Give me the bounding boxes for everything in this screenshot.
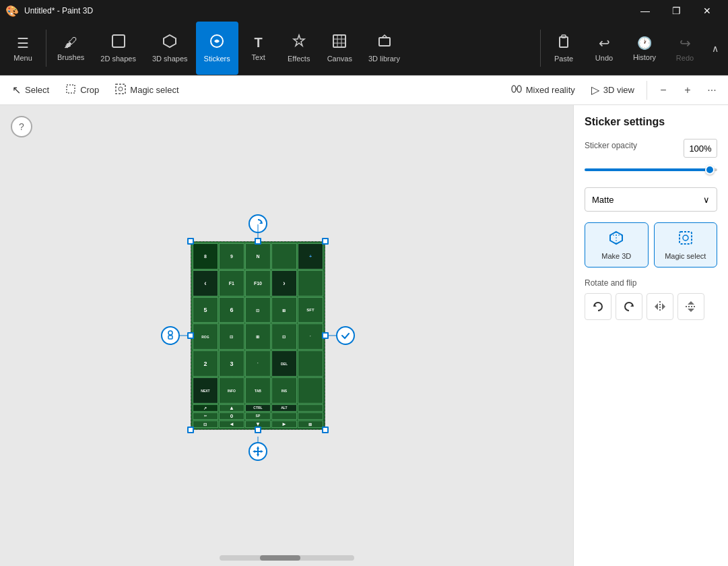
crop-label: Crop: [80, 85, 99, 95]
key-cell: ⊡: [271, 323, 297, 350]
mixed-reality-icon: [511, 84, 522, 97]
handle-bottom-left[interactable]: [187, 427, 194, 433]
key-cell: ROG: [193, 323, 218, 350]
rotate-flip-section: Rotate and flip: [585, 278, 717, 320]
toolbar-2d-shapes-label: 2D shapes: [100, 55, 136, 63]
sticker-container[interactable]: 8 9 N + ‹ F1 F10 › 5 6 ⊡: [191, 241, 325, 430]
toolbar-canvas[interactable]: Canvas: [319, 22, 360, 75]
flip-vertical-button[interactable]: [677, 293, 704, 320]
panel-title: Sticker settings: [585, 116, 717, 128]
redo-icon: ↪: [680, 35, 691, 51]
mixed-reality-button[interactable]: Mixed reality: [504, 81, 582, 100]
handle-top-middle[interactable]: [255, 238, 261, 245]
secondary-toolbar: ↖ Select Crop Magic select Mixed reality…: [0, 75, 728, 105]
rotate-top-line: [257, 224, 258, 238]
key-cell: ': [298, 323, 323, 350]
confirm-handle[interactable]: [336, 326, 355, 345]
svg-marker-36: [662, 303, 665, 310]
toolbar-menu[interactable]: ☰ Menu: [3, 22, 43, 75]
move-handle[interactable]: [249, 442, 267, 461]
handle-bottom-middle[interactable]: [255, 427, 261, 433]
3d-view-button[interactable]: ▷ 3D view: [585, 81, 641, 99]
handle-top-right[interactable]: [322, 238, 329, 245]
key-cell: 6: [219, 297, 244, 323]
toolbar-3d-library[interactable]: 3D library: [360, 22, 408, 75]
toolbar-text[interactable]: T Text: [238, 22, 279, 75]
key-cell: TAB: [245, 377, 271, 404]
sticker-selection[interactable]: 8 9 N + ‹ F1 F10 › 5 6 ⊡: [191, 241, 325, 430]
key-cell: [298, 404, 323, 412]
restore-button[interactable]: ❐: [661, 0, 692, 22]
toolbar-brushes-label: Brushes: [57, 53, 84, 61]
handle-bottom-right[interactable]: [322, 427, 329, 433]
key-cell: SP: [245, 412, 271, 420]
sticker-image[interactable]: 8 9 N + ‹ F1 F10 › 5 6 ⊡: [191, 241, 325, 430]
2d-shapes-icon: [111, 34, 126, 52]
key-cell: ›: [271, 270, 297, 296]
key-cell: 2: [193, 350, 218, 377]
key-cell: INS: [271, 377, 297, 404]
magic-select-button[interactable]: Magic select: [108, 81, 185, 100]
handle-middle-left[interactable]: [187, 332, 194, 339]
app-icon: 🎨: [5, 5, 19, 18]
rotate-right-button[interactable]: [616, 293, 642, 320]
opacity-label: Sticker opacity: [585, 141, 637, 150]
toolbar-paste[interactable]: Paste: [543, 22, 584, 75]
zoom-separator: [647, 81, 647, 100]
svg-rect-12: [116, 84, 125, 94]
crop-button[interactable]: Crop: [59, 81, 106, 100]
handle-middle-right[interactable]: [322, 332, 329, 339]
toolbar-menu-label: Menu: [13, 54, 32, 62]
stamp-handle[interactable]: [161, 326, 180, 345]
toolbar-redo[interactable]: ↪ Redo: [665, 22, 705, 75]
make-3d-button[interactable]: Make 3D: [585, 222, 649, 268]
svg-point-18: [168, 331, 172, 335]
svg-rect-9: [560, 37, 568, 47]
key-cell: ↗: [193, 404, 218, 412]
svg-rect-19: [168, 336, 172, 339]
opacity-slider-container[interactable]: [585, 163, 717, 177]
key-cell: ⊡: [193, 420, 218, 428]
toolbar-history[interactable]: 🕐 History: [624, 22, 665, 75]
minimize-button[interactable]: —: [630, 0, 661, 22]
more-options-button[interactable]: ···: [701, 80, 723, 101]
key-cell: ⊞: [271, 297, 297, 323]
window-title: Untitled* - Paint 3D: [24, 6, 93, 15]
3d-view-label: 3D view: [603, 85, 634, 95]
effects-icon: [292, 34, 306, 52]
svg-marker-25: [253, 450, 255, 453]
help-button[interactable]: ?: [11, 116, 32, 137]
finish-dropdown[interactable]: Matte ∨: [585, 187, 717, 212]
toolbar-stickers-label: Stickers: [204, 55, 230, 63]
toolbar-brushes[interactable]: 🖌 Brushes: [49, 22, 92, 75]
key-cell: CTRL: [245, 404, 271, 412]
key-cell: 5: [193, 297, 218, 323]
key-cell: [271, 412, 297, 420]
svg-marker-38: [688, 301, 694, 305]
svg-point-31: [683, 235, 688, 241]
select-button[interactable]: ↖ Select: [5, 81, 56, 99]
zoom-in-button[interactable]: +: [677, 80, 698, 101]
toolbar-3d-shapes[interactable]: 3D shapes: [144, 22, 196, 75]
key-cell: INFO: [219, 377, 244, 404]
toolbar-right: Paste ↩ Undo 🕐 History ↪ Redo ∧: [537, 22, 725, 75]
opacity-slider-thumb[interactable]: [705, 165, 715, 175]
select-label: Select: [25, 85, 49, 95]
handle-top-left[interactable]: [187, 238, 194, 245]
toolbar-effects[interactable]: Effects: [279, 22, 319, 75]
magic-select-panel-button[interactable]: Magic select: [654, 222, 718, 268]
opacity-row: Sticker opacity: [585, 139, 717, 158]
toolbar-chevron[interactable]: ∧: [705, 22, 725, 75]
canvas-scrollbar[interactable]: [220, 555, 354, 561]
close-button[interactable]: ✕: [692, 0, 723, 22]
rotate-left-button[interactable]: [585, 293, 611, 320]
svg-marker-24: [257, 454, 259, 457]
canvas-background[interactable]: ? 8 9 N +: [0, 105, 573, 566]
zoom-out-button[interactable]: −: [653, 80, 674, 101]
key-cell: ': [245, 350, 271, 377]
flip-horizontal-button[interactable]: [647, 293, 673, 320]
toolbar-2d-shapes[interactable]: 2D shapes: [92, 22, 144, 75]
toolbar-stickers[interactable]: Stickers: [196, 22, 238, 75]
toolbar-undo[interactable]: ↩ Undo: [584, 22, 624, 75]
opacity-input[interactable]: [684, 139, 717, 158]
